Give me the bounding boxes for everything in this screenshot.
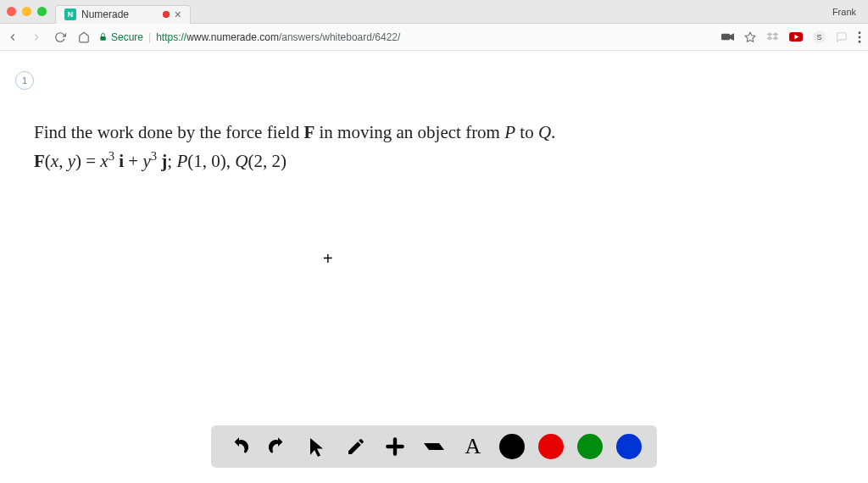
tab-title: Numerade: [81, 8, 158, 20]
svg-point-9: [859, 31, 861, 34]
extensions-area: S: [721, 31, 861, 43]
page-number-badge[interactable]: 1: [15, 71, 34, 90]
secure-indicator: Secure: [98, 31, 143, 43]
pointer-tool[interactable]: [304, 434, 330, 459]
tab-close-button[interactable]: ×: [175, 8, 181, 20]
recording-indicator-icon: [163, 11, 170, 18]
traffic-lights: [7, 7, 47, 16]
s-extension-icon[interactable]: S: [813, 31, 826, 43]
svg-point-10: [859, 36, 861, 38]
color-blue[interactable]: [616, 434, 642, 459]
svg-marker-6: [767, 36, 773, 40]
svg-marker-7: [773, 36, 779, 40]
text-tool[interactable]: A: [460, 434, 486, 459]
problem-line-2: F(x, y) = x3 i + y3 j; P(1, 0), Q(2, 2): [34, 147, 817, 175]
svg-rect-0: [100, 36, 105, 41]
tabs-area: N Numerade ×: [55, 1, 191, 24]
window-minimize-button[interactable]: [22, 7, 31, 16]
profile-username: Frank: [832, 7, 861, 17]
secure-label: Secure: [111, 31, 143, 43]
window-maximize-button[interactable]: [37, 7, 47, 16]
youtube-extension-icon[interactable]: [789, 32, 803, 42]
window-chrome: N Numerade × Frank: [0, 0, 868, 24]
add-tool[interactable]: [382, 434, 408, 459]
color-green[interactable]: [577, 434, 603, 459]
address-bar[interactable]: Secure | https://www.numerade.com/answer…: [98, 31, 713, 43]
whiteboard-toolbar: A: [211, 425, 657, 468]
problem-text: Find the work done by the force field F …: [34, 119, 817, 175]
undo-button[interactable]: [226, 434, 252, 459]
home-button[interactable]: [78, 31, 90, 43]
color-black[interactable]: [499, 434, 525, 459]
menu-button[interactable]: [858, 31, 861, 43]
svg-point-11: [859, 40, 861, 42]
svg-marker-2: [730, 33, 734, 41]
chat-extension-icon[interactable]: [836, 31, 848, 43]
reload-button[interactable]: [54, 31, 66, 43]
redo-button[interactable]: [265, 434, 291, 459]
svg-marker-3: [745, 32, 755, 42]
svg-marker-8: [794, 35, 798, 40]
svg-rect-1: [721, 34, 730, 41]
crosshair-cursor-icon: +: [323, 249, 333, 269]
lock-icon: [98, 32, 108, 42]
bookmark-star-icon[interactable]: [744, 31, 756, 43]
color-red[interactable]: [538, 434, 564, 459]
tab-favicon: N: [64, 8, 76, 20]
svg-marker-5: [773, 32, 779, 36]
whiteboard-canvas[interactable]: 1 Find the work done by the force field …: [0, 51, 868, 483]
forward-button[interactable]: [31, 31, 42, 43]
back-button[interactable]: [7, 31, 19, 43]
problem-line-1: Find the work done by the force field F …: [34, 119, 817, 147]
camera-icon[interactable]: [721, 32, 734, 42]
url-text: https://www.numerade.com/answers/whitebo…: [156, 31, 400, 43]
browser-tab[interactable]: N Numerade ×: [55, 5, 191, 24]
nav-icons: [7, 31, 90, 43]
window-close-button[interactable]: [7, 7, 16, 16]
svg-marker-4: [767, 32, 773, 36]
eraser-tool[interactable]: [421, 434, 447, 459]
browser-toolbar: Secure | https://www.numerade.com/answer…: [0, 24, 868, 51]
dropbox-extension-icon[interactable]: [766, 31, 779, 43]
pencil-tool[interactable]: [343, 434, 369, 459]
